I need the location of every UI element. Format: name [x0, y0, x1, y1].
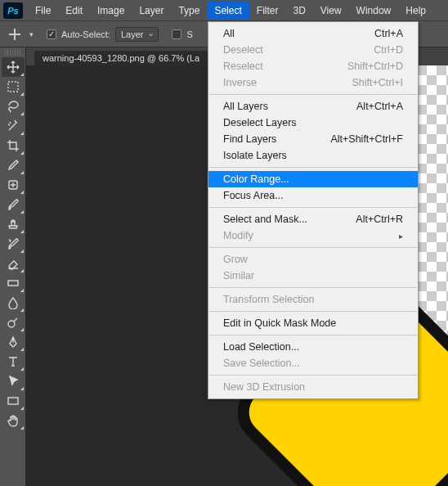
- menu-layer[interactable]: Layer: [132, 2, 171, 20]
- auto-select-target-dropdown[interactable]: Layer: [115, 27, 159, 42]
- svg-rect-4: [8, 398, 18, 404]
- menu-separator: [209, 207, 417, 208]
- menu-item-shortcut: Alt+Ctrl+R: [356, 214, 403, 225]
- show-transform-checkbox[interactable]: [172, 29, 181, 39]
- menu-item-shortcut: Ctrl+A: [374, 28, 403, 39]
- menu-item-new-3d-extrusion: New 3D Extrusion: [208, 379, 418, 395]
- menu-item-label: All: [223, 28, 235, 39]
- menu-select[interactable]: Select: [207, 2, 249, 20]
- auto-select-label: Auto-Select:: [61, 29, 110, 39]
- marquee-tool[interactable]: [2, 77, 25, 97]
- menu-item-label: Select and Mask...: [223, 214, 307, 225]
- menu-item-label: Modify: [223, 230, 253, 241]
- menu-item-label: Grow: [223, 254, 248, 265]
- menu-item-label: All Layers: [223, 101, 268, 112]
- menu-edit[interactable]: Edit: [58, 2, 90, 20]
- menu-filter[interactable]: Filter: [249, 2, 286, 20]
- tool-preset-chevron-icon[interactable]: ▾: [29, 30, 34, 38]
- document-tab[interactable]: warning-40593_1280.png @ 66.7% (La: [34, 51, 208, 65]
- menubar-items: FileEditImageLayerTypeSelectFilter3DView…: [28, 2, 433, 20]
- eraser-tool[interactable]: [2, 254, 25, 273]
- menu-item-label: Reselect: [223, 61, 263, 72]
- move-tool-icon[interactable]: [7, 26, 23, 43]
- menu-item-label: Edit in Quick Mask Mode: [223, 317, 336, 329]
- menu-item-shortcut: Alt+Shift+Ctrl+F: [330, 133, 403, 145]
- menu-item-label: Load Selection...: [223, 341, 299, 353]
- menu-item-label: Deselect Layers: [223, 117, 297, 128]
- pen-tool[interactable]: [2, 332, 25, 352]
- menu-help[interactable]: Help: [398, 2, 433, 20]
- svg-rect-0: [8, 82, 18, 92]
- dodge-tool[interactable]: [2, 313, 25, 332]
- type-tool[interactable]: [2, 352, 25, 371]
- menu-separator: [209, 167, 417, 168]
- menu-item-shortcut: Alt+Ctrl+A: [356, 101, 403, 112]
- menu-item-all-layers[interactable]: All LayersAlt+Ctrl+A: [208, 98, 418, 115]
- submenu-arrow-icon: ▸: [391, 232, 403, 241]
- eyedropper-tool[interactable]: [2, 155, 25, 175]
- menu-item-label: Isolate Layers: [223, 150, 287, 161]
- healing-brush-tool[interactable]: [2, 175, 25, 195]
- menu-item-select-and-mask[interactable]: Select and Mask...Alt+Ctrl+R: [208, 211, 418, 227]
- menu-item-load-selection[interactable]: Load Selection...: [208, 339, 418, 355]
- hand-tool[interactable]: [2, 411, 25, 430]
- menu-item-label: Find Layers: [223, 133, 276, 145]
- menu-item-similar: Similar: [208, 268, 418, 284]
- menu-item-label: Focus Area...: [223, 190, 284, 201]
- menu-item-shortcut: Shift+Ctrl+I: [352, 77, 403, 88]
- menu-item-shortcut: Shift+Ctrl+D: [347, 61, 403, 72]
- magic-wand-tool[interactable]: [2, 116, 25, 136]
- menu-separator: [209, 311, 417, 312]
- menu-item-inverse: InverseShift+Ctrl+I: [208, 74, 418, 91]
- menu-image[interactable]: Image: [90, 2, 132, 20]
- select-menu-dropdown: AllCtrl+ADeselectCtrl+DReselectShift+Ctr…: [208, 21, 419, 399]
- menu-item-label: New 3D Extrusion: [223, 381, 305, 393]
- menu-separator: [209, 287, 417, 288]
- app-logo: Ps: [3, 2, 23, 19]
- menu-separator: [209, 94, 417, 95]
- gradient-tool[interactable]: [2, 273, 25, 293]
- path-selection-tool[interactable]: [2, 371, 25, 391]
- svg-point-3: [8, 321, 15, 327]
- menu-item-focus-area[interactable]: Focus Area...: [208, 187, 418, 204]
- menu-3d[interactable]: 3D: [285, 2, 312, 20]
- menu-separator: [209, 375, 417, 376]
- rectangle-tool[interactable]: [2, 391, 25, 411]
- menu-item-deselect-layers[interactable]: Deselect Layers: [208, 115, 418, 131]
- menu-item-edit-in-quick-mask-mode[interactable]: Edit in Quick Mask Mode: [208, 315, 418, 331]
- clone-stamp-tool[interactable]: [2, 214, 25, 234]
- move-tool[interactable]: [2, 57, 25, 77]
- menu-item-find-layers[interactable]: Find LayersAlt+Shift+Ctrl+F: [208, 131, 418, 147]
- menu-item-reselect: ReselectShift+Ctrl+D: [208, 58, 418, 74]
- menu-item-color-range[interactable]: Color Range...: [208, 171, 418, 187]
- menu-item-transform-selection: Transform Selection: [208, 291, 418, 308]
- menu-item-deselect: DeselectCtrl+D: [208, 42, 418, 58]
- menu-item-all[interactable]: AllCtrl+A: [208, 25, 418, 42]
- lasso-tool[interactable]: [2, 97, 25, 116]
- show-transform-label: S: [186, 29, 192, 39]
- brush-tool[interactable]: [2, 195, 25, 214]
- menu-view[interactable]: View: [313, 2, 349, 20]
- menu-item-label: Similar: [223, 270, 254, 281]
- history-brush-tool[interactable]: [2, 234, 25, 254]
- crop-tool[interactable]: [2, 136, 25, 155]
- menu-item-label: Save Selection...: [223, 358, 300, 369]
- toolbox-grip[interactable]: [5, 49, 20, 56]
- menu-item-save-selection: Save Selection...: [208, 355, 418, 371]
- menu-item-label: Transform Selection: [223, 294, 314, 305]
- menu-item-label: Deselect: [223, 44, 263, 56]
- menu-item-label: Inverse: [223, 77, 257, 88]
- menu-type[interactable]: Type: [171, 2, 207, 20]
- menu-item-shortcut: Ctrl+D: [374, 44, 403, 56]
- toolbox: [0, 47, 26, 486]
- menu-file[interactable]: File: [28, 2, 58, 20]
- menu-item-label: Color Range...: [223, 173, 289, 185]
- auto-select-checkbox[interactable]: [47, 29, 56, 39]
- menu-item-isolate-layers[interactable]: Isolate Layers: [208, 147, 418, 164]
- svg-rect-2: [8, 281, 18, 286]
- blur-tool[interactable]: [2, 293, 25, 313]
- menubar: Ps FileEditImageLayerTypeSelectFilter3DV…: [0, 0, 448, 21]
- menu-separator: [209, 335, 417, 335]
- menu-item-grow: Grow: [208, 251, 418, 268]
- menu-window[interactable]: Window: [349, 2, 399, 20]
